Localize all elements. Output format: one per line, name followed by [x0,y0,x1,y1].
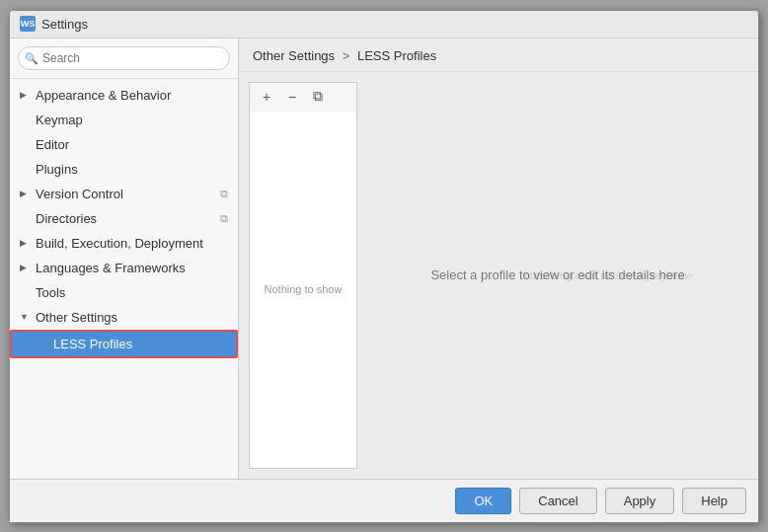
nav-items: ▶ Appearance & Behavior Keymap Editor Pl… [10,79,238,479]
sidebar-item-appearance[interactable]: ▶ Appearance & Behavior [10,83,238,108]
apply-button[interactable]: Apply [605,488,675,514]
sidebar-item-languages[interactable]: ▶ Languages & Frameworks [10,256,238,280]
detail-panel: Select a profile to view or edit its det… [367,82,748,469]
sidebar-item-other-settings[interactable]: ▼ Other Settings [10,305,238,330]
arrow-spacer [20,114,32,124]
sidebar-item-label: Directories [36,211,216,226]
main-content: 🔍 ▶ Appearance & Behavior Keymap Editor [10,38,758,479]
sidebar-item-label: Version Control [36,187,216,201]
title-bar: WS Settings [10,11,758,38]
arrow-spacer [20,164,32,174]
search-input[interactable] [18,46,230,70]
right-panel: Other Settings > LESS Profiles + − ⧉ Not… [239,38,758,479]
add-profile-button[interactable]: + [256,87,277,107]
sidebar-item-label: Plugins [36,162,228,177]
sidebar-item-keymap[interactable]: Keymap [10,108,238,132]
breadcrumb-parent: Other Settings [253,48,335,63]
copy-profile-button[interactable]: ⧉ [307,87,329,107]
sidebar-item-label: Editor [36,137,228,152]
arrow-spacer [20,139,32,149]
sidebar-item-tools[interactable]: Tools [10,280,238,305]
detail-placeholder-text: Select a profile to view or edit its det… [430,267,684,282]
help-button[interactable]: Help [682,488,746,514]
content-right: Select a profile to view or edit its det… [367,82,748,469]
sidebar-item-build[interactable]: ▶ Build, Execution, Deployment [10,231,238,256]
sidebar-item-label: Build, Execution, Deployment [36,236,228,251]
sidebar-item-directories[interactable]: Directories ⧉ [10,206,238,231]
external-icon: ⧉ [220,212,228,225]
arrow-icon: ▶ [20,90,32,100]
sidebar-item-label: Keymap [36,113,228,127]
sidebar-item-less-profiles[interactable]: LESS Profiles [10,330,238,358]
arrow-spacer [20,287,32,297]
arrow-spacer [38,339,49,348]
breadcrumb-separator: > [343,48,350,63]
nothing-to-show-label: Nothing to show [265,283,343,295]
sidebar-item-label: LESS Profiles [53,337,226,351]
arrow-icon: ▶ [20,189,32,198]
content-area: + − ⧉ Nothing to show Select a profile t… [239,72,758,479]
breadcrumb-current: LESS Profiles [357,48,436,63]
arrow-icon: ▶ [20,238,32,248]
sidebar-item-label: Languages & Frameworks [36,261,228,275]
search-box: 🔍 [10,38,238,79]
breadcrumb: Other Settings > LESS Profiles [239,38,758,72]
sidebar-item-label: Other Settings [36,310,228,325]
external-icon: ⧉ [220,188,228,200]
sidebar-item-label: Appearance & Behavior [36,88,228,103]
search-icon: 🔍 [25,51,38,64]
profiles-list-body: Nothing to show [250,112,356,468]
arrow-icon: ▼ [20,312,32,322]
footer: OK Cancel Apply Help [10,479,758,522]
profiles-toolbar: + − ⧉ [250,83,356,112]
profiles-list-panel: + − ⧉ Nothing to show [249,82,357,469]
sidebar-item-plugins[interactable]: Plugins [10,157,238,182]
arrow-icon: ▶ [20,263,32,272]
app-icon: WS [20,16,36,32]
settings-window: WS Settings 🔍 ▶ Appearance & Behavior [9,10,759,523]
window-title: Settings [41,17,88,32]
cancel-button[interactable]: Cancel [519,488,596,514]
ok-button[interactable]: OK [455,488,511,514]
sidebar-item-version-control[interactable]: ▶ Version Control ⧉ [10,182,238,206]
sidebar-item-label: Tools [36,285,228,300]
sidebar: 🔍 ▶ Appearance & Behavior Keymap Editor [10,38,239,479]
remove-profile-button[interactable]: − [281,87,303,107]
sidebar-item-editor[interactable]: Editor [10,132,238,157]
arrow-spacer [20,213,32,223]
search-wrapper: 🔍 [18,46,230,70]
